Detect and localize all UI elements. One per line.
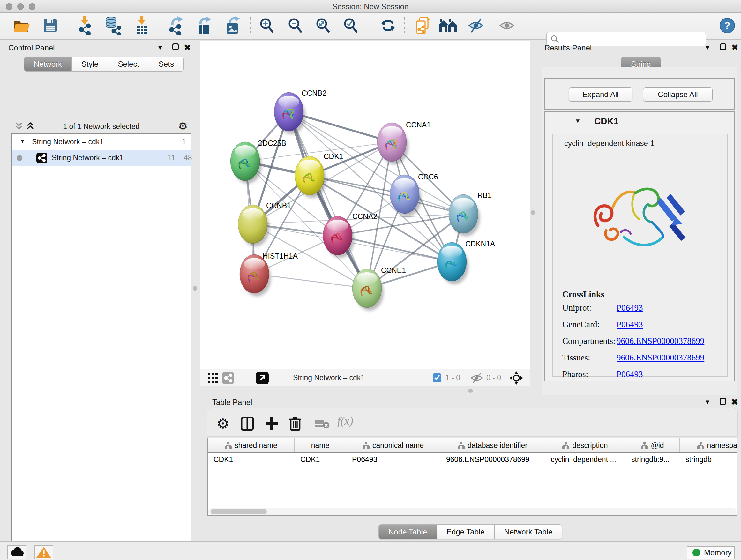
show-all-icon[interactable] <box>499 18 515 34</box>
tab-style[interactable]: Style <box>72 57 108 71</box>
panel-menu-icon[interactable]: ▼ <box>704 44 711 51</box>
column-header-label: canonical name <box>373 441 424 450</box>
column-header-canonical-name[interactable]: canonical name <box>346 438 441 452</box>
table-cell[interactable]: cyclin–dependent ... <box>545 455 625 464</box>
table-settings-icon[interactable]: ⚙ <box>217 415 229 432</box>
network-edge-ccnb2-ccne1[interactable] <box>289 112 367 288</box>
panel-menu-icon[interactable]: ▼ <box>157 44 163 51</box>
network-row-selected[interactable]: String Network – cdk1 11 48 <box>12 150 191 166</box>
hide-selected-icon[interactable] <box>468 18 484 34</box>
control-panel: Control Panel ▼ ✖ NetworkStyleSelectSets… <box>3 41 190 535</box>
zoom-selected-icon[interactable] <box>343 17 358 35</box>
column-header-shared-name[interactable]: shared name <box>208 438 294 452</box>
network-collection-row[interactable]: ▼ String Network – cdk1 1 <box>12 134 191 150</box>
expand-all-button[interactable]: Expand All <box>569 87 632 102</box>
table-cell[interactable]: stringdb <box>680 455 737 464</box>
table-cell[interactable]: stringdb:9... <box>625 455 680 464</box>
scrollbar-thumb[interactable] <box>211 509 267 514</box>
tab-node-table[interactable]: Node Table <box>379 524 437 539</box>
crosslink-value-link[interactable]: P06493 <box>616 303 643 313</box>
node-gloss <box>453 198 474 210</box>
column-header-namespace[interactable]: namespace <box>680 438 737 452</box>
zoom-in-icon[interactable] <box>259 17 274 35</box>
import-network-database-icon[interactable] <box>104 16 122 36</box>
section-collapse-icon[interactable]: ▼ <box>575 118 581 125</box>
table-horizontal-scrollbar[interactable] <box>208 508 737 515</box>
crosslink-label: Pharos: <box>562 369 588 379</box>
node-label-CDKN1A: CDKN1A <box>465 240 495 248</box>
crosslink-value-link[interactable]: P06493 <box>616 320 643 329</box>
node-label-CDC6: CDC6 <box>418 173 438 181</box>
tab-edge-table[interactable]: Edge Table <box>437 524 495 539</box>
open-session-icon[interactable] <box>13 18 30 34</box>
toolbar-separator <box>251 372 251 384</box>
hidden-eye-icon[interactable] <box>470 373 483 385</box>
crosslink-value-link[interactable]: 9606.ENSP00000378699 <box>616 353 704 363</box>
vertical-splitter-handle[interactable] <box>531 210 535 215</box>
delete-table-icon[interactable] <box>315 419 330 430</box>
toolbar-separator <box>466 372 466 384</box>
export-table-icon[interactable] <box>196 16 212 36</box>
export-image-icon[interactable] <box>224 16 241 36</box>
panel-close-icon[interactable]: ✖ <box>731 43 738 53</box>
table-cell[interactable]: 9606.ENSP00000378699 <box>441 455 545 464</box>
columns-icon[interactable] <box>241 417 254 432</box>
column-header--id[interactable]: @id <box>625 438 680 452</box>
help-icon[interactable]: ? <box>719 17 735 35</box>
detach-view-icon[interactable] <box>256 372 269 384</box>
node-label-RB1: RB1 <box>477 191 492 199</box>
string-view-icon[interactable] <box>222 372 234 384</box>
tab-network-table[interactable]: Network Table <box>495 524 562 539</box>
network-edge-hist1h1a-ccne1[interactable] <box>254 274 367 288</box>
crosslink-value-link[interactable]: 9606.ENSP00000378699 <box>616 336 704 346</box>
panel-close-icon[interactable]: ✖ <box>731 397 738 407</box>
table-cell[interactable]: P06493 <box>346 455 441 464</box>
memory-button[interactable]: Memory <box>687 546 735 559</box>
panel-menu-icon[interactable]: ▼ <box>704 398 711 406</box>
crosslink-value-link[interactable]: P06493 <box>616 369 643 379</box>
table-cell[interactable]: CDK1 <box>208 455 294 464</box>
table-cell[interactable]: CDK1 <box>294 455 346 464</box>
network-edge-ccna2-cdkn1a[interactable] <box>338 236 452 262</box>
crosslink-label: Tissues: <box>562 353 590 363</box>
panel-float-icon[interactable] <box>720 44 726 51</box>
column-header-description[interactable]: description <box>545 438 625 452</box>
grid-view-icon[interactable] <box>207 373 218 385</box>
warning-status-button[interactable] <box>34 545 53 559</box>
import-table-icon[interactable] <box>135 16 149 36</box>
tab-select[interactable]: Select <box>108 57 149 71</box>
import-network-icon[interactable] <box>77 16 93 36</box>
delete-column-icon[interactable] <box>289 416 301 432</box>
cloud-status-button[interactable] <box>7 545 26 559</box>
save-session-icon[interactable] <box>44 18 57 34</box>
vertical-splitter-handle[interactable] <box>193 286 197 291</box>
column-header-database-identifier[interactable]: database identifier <box>441 438 545 452</box>
refresh-icon[interactable] <box>380 17 396 35</box>
collapse-all-button[interactable]: Collapse All <box>643 87 713 102</box>
column-header-name[interactable]: name <box>294 438 346 452</box>
tab-network[interactable]: Network <box>24 57 72 71</box>
table-row[interactable]: CDK1CDK1P064939606.ENSP00000378699cyclin… <box>208 453 737 466</box>
birds-eye-icon[interactable] <box>509 371 523 386</box>
panel-float-icon[interactable] <box>720 398 726 405</box>
horizontal-splitter-handle[interactable] <box>468 389 473 393</box>
panel-float-icon[interactable] <box>172 44 179 51</box>
home-icon[interactable] <box>438 18 459 34</box>
namespace-tree-icon <box>225 442 232 449</box>
zoom-out-icon[interactable] <box>287 17 303 35</box>
function-builder-icon[interactable]: f(x) <box>337 414 353 428</box>
selected-nodes-checkbox-icon[interactable] <box>433 373 441 382</box>
gene-section-header[interactable]: ▼ CDK1 <box>545 112 734 133</box>
network-options-gear-icon[interactable]: ⚙ <box>178 120 188 132</box>
tab-sets[interactable]: Sets <box>149 57 184 71</box>
export-network-icon[interactable] <box>168 16 185 36</box>
collection-collapse-icon[interactable]: ▼ <box>20 138 25 145</box>
zoom-fit-icon[interactable] <box>315 17 331 35</box>
add-column-icon[interactable] <box>265 417 279 432</box>
crosslink-row: GeneCard:P06493 <box>553 320 727 336</box>
namespace-tree-icon <box>697 442 704 449</box>
panel-close-icon[interactable]: ✖ <box>184 43 191 53</box>
column-header-label: namespace <box>707 441 737 450</box>
copy-document-icon[interactable] <box>415 17 431 36</box>
crosslink-row: Compartments:9606.ENSP00000378699 <box>553 336 727 353</box>
